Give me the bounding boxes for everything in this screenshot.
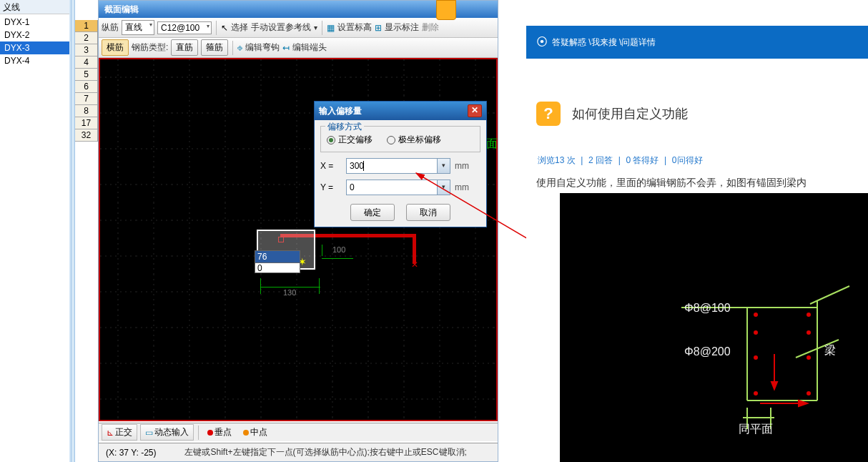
dialog-title-bar[interactable]: 输入偏移量 ✕ (315, 102, 486, 120)
edit-value-active[interactable]: 76 (255, 251, 300, 262)
row-num-1[interactable]: 1 (75, 20, 97, 32)
dim-line (260, 287, 320, 287)
status-info: (X: 37 Y: -25) 左键或Shift+左键指定下一点(可选择纵筋中心点… (99, 443, 498, 461)
cad-reference-image: Φ8@100 Φ8@200 同平面 梁 (560, 193, 868, 462)
dim-tick (322, 245, 322, 256)
coordinates-display: (X: 37 Y: -25) (102, 448, 156, 458)
btn-manual-ref[interactable]: 手动设置参考线 (251, 21, 311, 34)
row-num-32[interactable]: 32 (75, 129, 97, 142)
orange-dot-icon (243, 430, 249, 436)
unit-label: mm (455, 161, 469, 171)
meta-views[interactable]: 浏览13 次 (538, 155, 576, 165)
cad-svg (560, 193, 868, 462)
radio-label-orthogonal: 正交偏移 (338, 134, 373, 146)
sidebar-item-dyx2[interactable]: DYX-2 (0, 29, 69, 41)
row-num-6[interactable]: 6 (75, 81, 97, 93)
x-input[interactable]: 300 ▾ (346, 158, 450, 174)
row-num-17[interactable]: 17 (75, 117, 97, 129)
sidebar-item-dyx4[interactable]: DYX-4 (0, 54, 69, 67)
cad-spec-2: Φ8@200 (684, 345, 731, 358)
offset-dialog: 输入偏移量 ✕ 偏移方式 正交偏移 极坐标偏移 X = (314, 101, 487, 227)
unit-label: mm (455, 182, 469, 192)
btn-dynamic-input[interactable]: ▭动态输入 (140, 424, 194, 441)
meta-good-question[interactable]: 0问得好 (672, 155, 703, 165)
breadcrumb-bar: ⦿ 答疑解惑 \我来搜 \问题详情 (526, 26, 868, 59)
sidebar-item-dyx3[interactable]: DYX-3 (0, 41, 69, 54)
dialog-title: 输入偏移量 (319, 102, 362, 120)
inline-value-editor[interactable]: 76 0 (255, 250, 300, 273)
btn-ortho[interactable]: ⊾正交 (102, 424, 137, 441)
radio-orthogonal[interactable]: 正交偏移 (327, 134, 373, 146)
row-num-4[interactable]: 4 (75, 56, 97, 69)
radio-polar[interactable]: 极坐标偏移 (387, 134, 441, 146)
toolbar-bottom: 横筋 钢筋类型: 直筋 箍筋 ⎆ 编辑弯钩 ↤ 编辑端头 (99, 38, 498, 58)
row-num-2[interactable]: 2 (75, 32, 97, 44)
combo-line-type[interactable]: 直线 (122, 20, 154, 35)
snap-perpendicular[interactable]: 垂点 (203, 425, 236, 440)
row-num-8[interactable]: 8 (75, 105, 97, 117)
breadcrumb[interactable]: 答疑解惑 \我来搜 \问题详情 (552, 36, 656, 49)
red-dot-icon (207, 430, 213, 436)
dropdown-icon[interactable]: ▾ (437, 159, 450, 173)
cad-label-plane: 同平面 (739, 422, 773, 437)
cancel-button[interactable]: 取消 (406, 204, 450, 221)
btn-delete[interactable]: 删除 (422, 21, 439, 34)
dialog-close-button[interactable]: ✕ (468, 104, 482, 117)
fieldset-legend: 偏移方式 (325, 121, 364, 133)
site-title: 广联达服务新干线 (526, 0, 702, 1)
edit-value-secondary[interactable]: 0 (255, 262, 300, 272)
row-num-3[interactable]: 3 (75, 44, 97, 56)
green-char: 面 (486, 137, 498, 152)
end-icon: ↤ (282, 43, 290, 53)
sidebar-item-dyx1[interactable]: DYX-1 (0, 16, 69, 29)
row-number-gutter: 1 2 3 4 5 6 7 8 17 32 (75, 20, 98, 142)
separator (198, 426, 199, 440)
x-label: X = (320, 161, 342, 171)
question-meta: 浏览13 次 | 2 回答 | 0 答得好 | 0问得好 (526, 154, 868, 167)
question-description: 使用自定义功能，里面的编辑钢筋不会弄，如图有锚固到梁内 (526, 167, 868, 194)
arrow-icon: ↖ (221, 23, 228, 33)
command-hint: 左键或Shift+左键指定下一点(可选择纵筋中心点);按右键中止或ESC键取消; (184, 446, 466, 458)
elevation-icon: ▦ (327, 23, 335, 33)
svg-point-16 (754, 313, 758, 317)
y-input-row: Y = 0▾ mm (320, 180, 480, 195)
meta-answers[interactable]: 2 回答 (588, 155, 613, 165)
svg-point-21 (807, 355, 811, 360)
question-header: ? 如何使用自定义功能 (526, 102, 868, 126)
dialog-body: 偏移方式 正交偏移 极坐标偏移 X = 300 ▾ mm (315, 120, 486, 227)
row-num-7[interactable]: 7 (75, 93, 97, 105)
dim-tick (319, 278, 320, 294)
ok-button[interactable]: 确定 (350, 204, 395, 221)
ortho-icon: ⊾ (107, 428, 114, 438)
sidebar-header: 义线 (0, 0, 69, 14)
btn-hengjin[interactable]: 横筋 (102, 39, 129, 56)
svg-marker-25 (771, 382, 777, 389)
btn-edit-hook[interactable]: 编辑弯钩 (245, 41, 280, 54)
dyn-icon: ▭ (145, 428, 153, 438)
svg-point-17 (807, 313, 811, 317)
favorite-star-icon[interactable] (436, 0, 456, 20)
combo-rebar-spec[interactable]: C12@100 (157, 21, 212, 34)
svg-line-10 (810, 286, 849, 304)
left-sidebar: 义线 DYX-1 DYX-2 DYX-3 DYX-4 (0, 0, 71, 462)
btn-edit-end[interactable]: 编辑端头 (292, 41, 327, 54)
svg-point-19 (807, 330, 811, 335)
btn-select[interactable]: 选择 (231, 21, 248, 34)
hook-icon: ⎆ (237, 43, 242, 53)
snap-midpoint[interactable]: 中点 (239, 425, 272, 440)
svg-point-23 (807, 391, 811, 395)
row-num-5[interactable]: 5 (75, 69, 97, 81)
meta-good-answer[interactable]: 0 答得好 (626, 155, 659, 165)
btn-gujin[interactable]: 箍筋 (201, 39, 228, 56)
dimension-130: 130 (283, 288, 296, 297)
btn-set-elevation[interactable]: 设置标高 (337, 21, 372, 34)
question-mark-icon: ? (536, 102, 561, 126)
cad-spec-1: Φ8@100 (684, 302, 731, 315)
sidebar-list: DYX-1 DYX-2 DYX-3 DYX-4 (0, 14, 69, 67)
dimension-100: 100 (332, 245, 345, 254)
dropdown-icon[interactable]: ▾ (437, 180, 450, 195)
btn-zhijin[interactable]: 直筋 (171, 39, 198, 56)
btn-show-annotation[interactable]: 显示标注 (385, 21, 419, 34)
svg-point-18 (754, 330, 758, 335)
y-input[interactable]: 0▾ (346, 180, 450, 195)
